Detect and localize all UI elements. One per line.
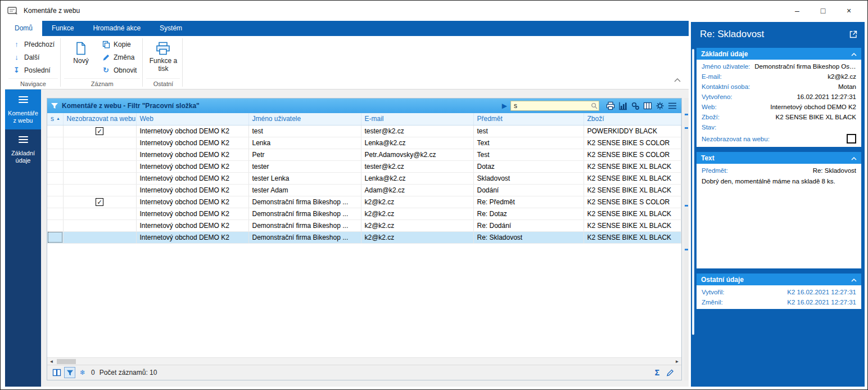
- email-cell[interactable]: Lenka@k2.cz: [361, 137, 473, 149]
- subject-cell[interactable]: Skladovost: [473, 172, 584, 184]
- tab-system[interactable]: Systém: [150, 21, 192, 36]
- table-row[interactable]: Internetový obchod DEMO K2LenkaLenka@k2.…: [47, 137, 681, 149]
- user-cell[interactable]: tester: [248, 160, 361, 172]
- row-status-cell[interactable]: [47, 137, 63, 149]
- row-status-cell[interactable]: [47, 172, 63, 184]
- table-row[interactable]: Internetový obchod DEMO K2Demonstrační f…: [47, 219, 681, 231]
- web-cell[interactable]: Internetový obchod DEMO K2: [136, 219, 248, 231]
- goods-cell[interactable]: K2 SENSE BIKE XL BLACK: [584, 184, 681, 196]
- subject-cell[interactable]: Text: [473, 137, 584, 149]
- section-header[interactable]: Text: [697, 152, 861, 164]
- email-cell[interactable]: k2@k2.cz: [361, 231, 473, 243]
- sum-icon[interactable]: Σ: [652, 367, 663, 378]
- table-row[interactable]: Internetový obchod DEMO K2PetrPetr.Adamo…: [47, 149, 681, 160]
- email-cell[interactable]: k2@k2.cz: [361, 219, 473, 231]
- horizontal-scrollbar[interactable]: ◄ ►: [47, 357, 681, 365]
- hide-on-web-cell[interactable]: [63, 149, 136, 160]
- column-header-s[interactable]: s▲: [47, 113, 63, 125]
- scroll-left-icon[interactable]: ◄: [47, 359, 56, 364]
- hide-on-web-cell[interactable]: [63, 208, 136, 219]
- web-cell[interactable]: Internetový obchod DEMO K2: [136, 196, 248, 208]
- row-status-cell[interactable]: [47, 196, 63, 208]
- table-row[interactable]: Internetový obchod DEMO K2tester LenkaLe…: [47, 172, 681, 184]
- chevron-up-icon[interactable]: [851, 50, 857, 58]
- open-external-icon[interactable]: [849, 30, 858, 39]
- subject-cell[interactable]: Re: Dodání: [473, 219, 584, 231]
- close-button[interactable]: ×: [836, 2, 862, 19]
- grid-menu-icon[interactable]: [667, 100, 678, 111]
- funkce-a-tisk-button[interactable]: Funkce a tisk: [146, 38, 180, 78]
- email-cell[interactable]: k2@k2.cz: [361, 196, 473, 208]
- sidebar-item-komentare-z-webu[interactable]: Komentáře z webu: [5, 89, 41, 129]
- chevron-up-icon[interactable]: [851, 276, 857, 284]
- column-header-jmeno[interactable]: Jméno uživatele: [248, 113, 361, 125]
- user-cell[interactable]: Demonstrační firma Bikeshop ...: [248, 231, 361, 243]
- email-cell[interactable]: k2@k2.cz: [361, 208, 473, 219]
- chart-icon[interactable]: [617, 100, 629, 111]
- hide-on-web-cell[interactable]: ✓: [63, 196, 136, 208]
- email-cell[interactable]: Lenka@k2.cz: [361, 172, 473, 184]
- web-cell[interactable]: Internetový obchod DEMO K2: [136, 125, 248, 137]
- columns-icon[interactable]: [642, 100, 653, 111]
- row-status-cell[interactable]: [47, 184, 63, 196]
- email-cell[interactable]: Adam@k2.cz: [361, 184, 473, 196]
- last-button[interactable]: ↧ Poslední: [8, 64, 58, 77]
- refresh-button[interactable]: ↻ Obnovit: [98, 64, 140, 77]
- column-header-zbozi[interactable]: Zboží: [584, 113, 681, 125]
- subject-cell[interactable]: Re: Skladovost: [473, 231, 584, 243]
- hide-on-web-cell[interactable]: [63, 160, 136, 172]
- tab-funkce[interactable]: Funkce: [42, 21, 83, 36]
- tab-domu[interactable]: Domů: [5, 21, 42, 36]
- hide-on-web-cell[interactable]: [63, 231, 136, 243]
- goods-cell[interactable]: POWERKIDDY BLACK: [584, 125, 681, 137]
- scrollbar-thumb[interactable]: [57, 359, 76, 364]
- search-input[interactable]: [510, 101, 599, 111]
- hide-on-web-cell[interactable]: [63, 172, 136, 184]
- user-cell[interactable]: Demonstrační firma Bikeshop ...: [248, 196, 361, 208]
- user-cell[interactable]: Demonstrační firma Bikeshop ...: [248, 219, 361, 231]
- goods-cell[interactable]: K2 SENSE BIKE XL BLACK: [584, 231, 681, 243]
- hide-on-web-cell[interactable]: [63, 184, 136, 196]
- email-cell[interactable]: tester@k2.cz: [361, 125, 473, 137]
- user-cell[interactable]: test: [248, 125, 361, 137]
- goods-cell[interactable]: K2 SENSE BIKE XL BLACK: [584, 172, 681, 184]
- row-status-cell[interactable]: [47, 219, 63, 231]
- checked-checkbox[interactable]: ✓: [96, 127, 103, 135]
- row-status-cell[interactable]: [47, 231, 63, 243]
- table-row[interactable]: ✓Internetový obchod DEMO K2Demonstrační …: [47, 196, 681, 208]
- goods-cell[interactable]: K2 SENSE BIKE S COLOR: [584, 149, 681, 160]
- column-header-email[interactable]: E-mail: [361, 113, 473, 125]
- book-view-icon[interactable]: [51, 367, 62, 378]
- table-row[interactable]: Internetový obchod DEMO K2Demonstrační f…: [47, 231, 681, 243]
- goods-cell[interactable]: K2 SENSE BIKE S COLOR: [584, 137, 681, 149]
- web-cell[interactable]: Internetový obchod DEMO K2: [136, 231, 248, 243]
- automation-gears-icon[interactable]: [630, 100, 641, 111]
- row-status-cell[interactable]: [47, 125, 63, 137]
- change-button[interactable]: Změna: [98, 51, 140, 64]
- freeze-icon[interactable]: ❄: [77, 367, 88, 378]
- hide-on-web-cell[interactable]: [63, 219, 136, 231]
- print-icon[interactable]: [605, 100, 616, 111]
- row-status-cell[interactable]: [47, 160, 63, 172]
- new-button[interactable]: Nový: [64, 38, 98, 78]
- subject-cell[interactable]: Re: Dotaz: [473, 208, 584, 219]
- column-header-web[interactable]: Web: [136, 113, 248, 125]
- detail-scrollbar[interactable]: [692, 49, 694, 335]
- record-minimap-scrollbar[interactable]: [684, 98, 689, 380]
- copy-button[interactable]: Kopie: [98, 38, 140, 51]
- play-filter-button[interactable]: ▶: [502, 102, 507, 110]
- email-cell[interactable]: Petr.Adamovsky@k2.cz: [361, 149, 473, 160]
- section-header[interactable]: Základní údaje: [697, 48, 861, 60]
- user-cell[interactable]: tester Adam: [248, 184, 361, 196]
- web-cell[interactable]: Internetový obchod DEMO K2: [136, 149, 248, 160]
- column-header-nezobrazovat[interactable]: Nezobrazovat na webu: [63, 113, 136, 125]
- maximize-button[interactable]: □: [810, 2, 836, 19]
- hide-on-web-checkbox[interactable]: [847, 134, 856, 144]
- subject-cell[interactable]: Dotaz: [473, 160, 584, 172]
- collapse-ribbon-button[interactable]: [674, 74, 681, 84]
- table-row[interactable]: Internetový obchod DEMO K2Demonstrační f…: [47, 208, 681, 219]
- settings-gear-icon[interactable]: [654, 100, 666, 111]
- web-cell[interactable]: Internetový obchod DEMO K2: [136, 160, 248, 172]
- goods-cell[interactable]: K2 SENSE BIKE XL BLACK: [584, 160, 681, 172]
- next-button[interactable]: ↓ Další: [8, 51, 58, 64]
